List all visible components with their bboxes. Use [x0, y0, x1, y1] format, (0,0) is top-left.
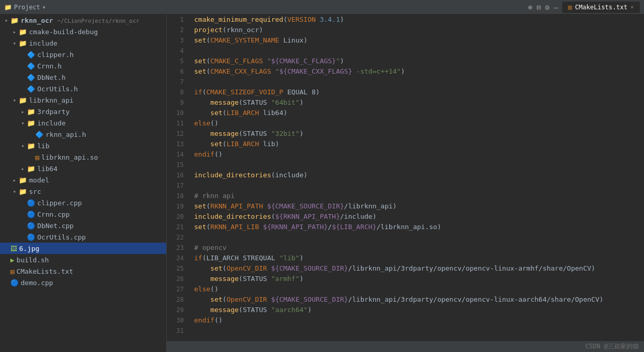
sidebar-item-clipper-cpp[interactable]: 🔵 clipper.cpp [0, 197, 166, 208]
table-row: 3 set(CMAKE_SYSTEM_NAME Linux) [167, 35, 644, 46]
sidebar-item-cmake-build-debug[interactable]: ▸ 📁 cmake-build-debug [0, 26, 166, 37]
table-row: 14 endif() [167, 149, 644, 160]
project-label[interactable]: 📁 Project ▾ [4, 4, 46, 11]
table-row: 4 [167, 46, 644, 56]
table-row: 6 set(CMAKE_CXX_FLAGS "${CMAKE_CXX_FLAGS… [167, 66, 644, 77]
title-bar: 📁 Project ▾ ⊕ ⊟ ⚙ — ▤ CMakeLists.txt × [0, 0, 644, 15]
folder-icon: 📁 [4, 4, 12, 11]
sidebar-item-lib[interactable]: ▾ 📁 lib [0, 140, 166, 151]
cmake-file-icon: ▤ [568, 4, 572, 11]
sidebar-item-src[interactable]: ▾ 📁 src [0, 186, 166, 197]
cpp-file-icon: 🔵 [27, 199, 35, 207]
cpp-file-icon: 🔵 [27, 233, 35, 241]
minimize-icon[interactable]: — [553, 3, 558, 11]
folder-icon: 📁 [27, 108, 35, 116]
sidebar-item-rknn_ocr[interactable]: ▾ 📁 rknn_ocr ~/CLionProjects/rknn_ocr [0, 15, 166, 26]
folder-icon: 📁 [19, 28, 27, 36]
table-row: 2 project(rknn_ocr) [167, 25, 644, 35]
arrow-icon: ▾ [19, 120, 27, 126]
h-file-icon: 🔷 [27, 74, 35, 81]
sidebar-item-crnn-h[interactable]: 🔷 Crnn.h [0, 60, 166, 72]
cpp-file-icon: 🔵 [27, 210, 35, 218]
tab-close-icon[interactable]: × [631, 4, 634, 10]
title-bar-left: 📁 Project ▾ [4, 4, 524, 11]
table-row: 24 if(LIB_ARCH STREQUAL "lib") [167, 253, 644, 263]
sidebar-item-include-top[interactable]: ▾ 📁 include [0, 37, 166, 49]
table-row: 8 if(CMAKE_SIZEOF_VOID_P EQUAL 8) [167, 87, 644, 97]
table-row: 29 message(STATUS "aarch64") [167, 305, 644, 315]
arrow-icon: ▾ [19, 143, 27, 149]
table-row: 17 [167, 180, 644, 191]
sidebar-item-dbnet-cpp[interactable]: 🔵 DbNet.cpp [0, 220, 166, 231]
table-row: 19 set(RKNN_API_PATH ${CMAKE_SOURCE_DIR}… [167, 201, 644, 212]
sidebar-item-lib64[interactable]: ▸ 📁 lib64 [0, 163, 166, 174]
table-row: 25 set(OpenCV_DIR ${CMAKE_SOURCE_DIR}/li… [167, 263, 644, 274]
table-row: 15 [167, 160, 644, 170]
table-row: 27 else() [167, 284, 644, 294]
arrow-icon: ▾ [10, 189, 19, 194]
sidebar-item-model[interactable]: ▸ 📁 model [0, 174, 166, 186]
table-row: 31 [167, 326, 644, 336]
table-row: 23 # opencv [167, 243, 644, 253]
arrow-icon: ▾ [10, 40, 19, 46]
code-table: 1 cmake_minimum_required(VERSION 3.4.1) … [167, 15, 644, 336]
sidebar-item-demo-cpp[interactable]: 🔵 demo.cpp [0, 277, 166, 288]
arrow-icon: ▸ [10, 177, 19, 183]
table-row: 21 set(RKNN_API_LIB ${RKNN_API_PATH}/${L… [167, 222, 644, 232]
arrow-icon: ▸ [19, 166, 27, 172]
jpg-file-icon: 🖼 [10, 245, 17, 252]
cmake-tab[interactable]: ▤ CMakeLists.txt × [562, 2, 640, 13]
table-row: 13 set(LIB_ARCH lib) [167, 139, 644, 149]
h-file-icon: 🔷 [27, 62, 35, 70]
sidebar: ▾ 📁 rknn_ocr ~/CLionProjects/rknn_ocr ▸ … [0, 15, 167, 352]
table-row: 11 else() [167, 118, 644, 129]
sidebar-item-librknn_api-so[interactable]: ▤ librknn_api.so [0, 151, 166, 163]
sidebar-item-cmakelists[interactable]: ▤ CMakeLists.txt [0, 265, 166, 277]
h-file-icon: 🔷 [35, 131, 43, 138]
layout-icon[interactable]: ⊟ [536, 3, 540, 11]
folder-icon: 📁 [19, 176, 27, 184]
cpp-file-icon: 🔵 [27, 222, 35, 230]
table-row: 10 set(LIB_ARCH lib64) [167, 108, 644, 118]
folder-icon: 📁 [27, 119, 35, 127]
sidebar-item-clipper-h[interactable]: 🔷 clipper.h [0, 49, 166, 60]
table-row: 22 [167, 232, 644, 243]
table-row: 9 message(STATUS "64bit") [167, 97, 644, 108]
cmake-file-icon: ▤ [10, 267, 14, 275]
sidebar-item-include-lib[interactable]: ▾ 📁 include [0, 117, 166, 129]
sidebar-item-librknn_api[interactable]: ▾ 📁 librknn_api [0, 94, 166, 106]
tab-bar: ▤ CMakeLists.txt × [562, 2, 640, 13]
folder-icon: 📁 [27, 142, 35, 150]
arrow-icon: ▾ [2, 18, 10, 23]
table-row: 5 set(CMAKE_C_FLAGS "${CMAKE_C_FLAGS}") [167, 56, 644, 66]
settings-icon[interactable]: ⚙ [545, 3, 549, 11]
sidebar-item-rknn_api-h[interactable]: 🔷 rknn_api.h [0, 129, 166, 140]
table-row: 20 include_directories(${RKNN_API_PATH}/… [167, 212, 644, 222]
sidebar-item-ocrutils-cpp[interactable]: 🔵 OcrUtils.cpp [0, 231, 166, 243]
folder-icon: 📁 [27, 165, 35, 173]
sidebar-item-6-jpg[interactable]: 🖼 6.jpg [0, 243, 166, 254]
table-row: 7 [167, 77, 644, 87]
arrow-icon: ▾ [10, 97, 19, 103]
folder-icon: 📁 [19, 39, 27, 47]
table-row: 26 message(STATUS "armhf") [167, 274, 644, 284]
table-row: 28 set(OpenCV_DIR ${CMAKE_SOURCE_DIR}/li… [167, 294, 644, 305]
sidebar-item-crnn-cpp[interactable]: 🔵 Crnn.cpp [0, 208, 166, 220]
table-row: 18 # rknn api [167, 191, 644, 201]
sidebar-item-dbnet-h[interactable]: 🔷 DbNet.h [0, 72, 166, 83]
editor-content[interactable]: 1 cmake_minimum_required(VERSION 3.4.1) … [167, 15, 644, 341]
add-icon[interactable]: ⊕ [528, 3, 532, 11]
so-file-icon: ▤ [35, 153, 39, 161]
folder-icon: 📁 [19, 96, 27, 104]
h-file-icon: 🔷 [27, 85, 35, 93]
folder-icon: 📁 [19, 188, 27, 195]
sidebar-item-build-sh[interactable]: ▶ build.sh [0, 254, 166, 265]
arrow-icon: ▸ [10, 29, 19, 35]
arrow-icon: ▸ [19, 109, 27, 115]
watermark: CSDN @三叔家的猫 [586, 342, 639, 351]
main-content: ▾ 📁 rknn_ocr ~/CLionProjects/rknn_ocr ▸ … [0, 15, 644, 352]
cpp-file-icon: 🔵 [10, 279, 19, 287]
sidebar-item-ocrutils-h[interactable]: 🔷 OcrUtils.h [0, 83, 166, 94]
folder-icon: 📁 [10, 17, 19, 24]
sidebar-item-3rdparty[interactable]: ▸ 📁 3rdparty [0, 106, 166, 117]
